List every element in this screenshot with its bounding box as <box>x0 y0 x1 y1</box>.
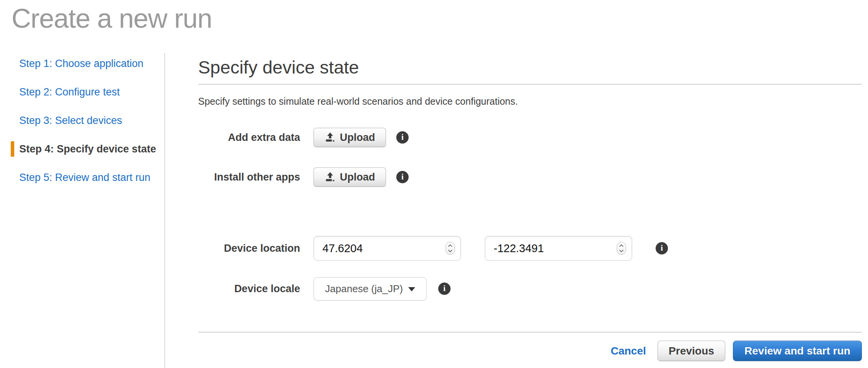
upload-button-label: Upload <box>340 132 375 144</box>
device-locale-dropdown[interactable]: Japanese (ja_JP) <box>314 277 427 301</box>
sidebar-item-step4-active[interactable]: Step 4: Specify device state <box>0 143 164 155</box>
wizard-steps-list: Step 1: Choose application Step 2: Confi… <box>0 58 164 183</box>
other-apps-row: Install other apps Upload i <box>198 167 409 187</box>
sidebar-divider <box>164 53 165 368</box>
upload-icon <box>324 132 336 143</box>
extra-data-upload-button[interactable]: Upload <box>314 128 386 147</box>
main-content: Specify device state Specify settings to… <box>198 0 862 368</box>
sidebar-item-step3[interactable]: Step 3: Select devices <box>0 115 164 126</box>
dropdown-caret-icon <box>408 287 415 291</box>
info-glyph: i <box>443 284 446 293</box>
device-location-row: Device location i <box>198 236 668 261</box>
chevron-down-icon <box>619 249 624 253</box>
latitude-field <box>314 236 461 261</box>
device-locale-info-icon[interactable]: i <box>438 283 451 295</box>
latitude-stepper[interactable] <box>446 242 455 255</box>
extra-data-label: Add extra data <box>198 132 300 144</box>
longitude-field <box>485 236 632 261</box>
footer-actions: Cancel Previous Review and start run <box>198 341 862 361</box>
device-location-info-icon[interactable]: i <box>656 242 668 254</box>
info-glyph: i <box>401 172 404 181</box>
info-glyph: i <box>661 244 663 252</box>
device-locale-label: Device locale <box>198 283 300 295</box>
device-locale-row: Device locale Japanese (ja_JP) i <box>198 277 451 301</box>
longitude-input[interactable] <box>485 236 632 261</box>
chevron-up-icon <box>619 244 624 247</box>
other-apps-label: Install other apps <box>198 171 300 183</box>
sidebar-item-step2[interactable]: Step 2: Configure test <box>0 86 164 98</box>
page-title: Create a new run <box>12 2 212 35</box>
footer-divider <box>198 332 862 333</box>
upload-icon <box>324 171 336 183</box>
section-description: Specify settings to simulate real-world … <box>198 95 518 107</box>
extra-data-info-icon[interactable]: i <box>396 131 409 144</box>
chevron-up-icon <box>448 244 452 247</box>
sidebar-item-step1[interactable]: Step 1: Choose application <box>0 58 164 69</box>
other-apps-info-icon[interactable]: i <box>396 171 409 183</box>
heading-divider <box>198 84 862 85</box>
chevron-down-icon <box>448 249 452 253</box>
longitude-stepper[interactable] <box>617 242 626 255</box>
sidebar-item-step5[interactable]: Step 5: Review and start run <box>0 172 164 183</box>
previous-button[interactable]: Previous <box>658 341 725 361</box>
device-location-label: Device location <box>198 243 300 254</box>
latitude-input[interactable] <box>314 236 461 261</box>
wizard-steps-nav: Step 1: Choose application Step 2: Confi… <box>0 58 164 200</box>
cancel-button[interactable]: Cancel <box>611 345 646 357</box>
extra-data-row: Add extra data Upload i <box>198 128 409 147</box>
info-glyph: i <box>401 133 404 141</box>
upload-button-label: Upload <box>340 171 375 183</box>
section-heading: Specify device state <box>198 57 359 78</box>
review-and-start-run-button[interactable]: Review and start run <box>733 341 862 361</box>
device-locale-value: Japanese (ja_JP) <box>325 283 403 295</box>
other-apps-upload-button[interactable]: Upload <box>314 167 386 187</box>
